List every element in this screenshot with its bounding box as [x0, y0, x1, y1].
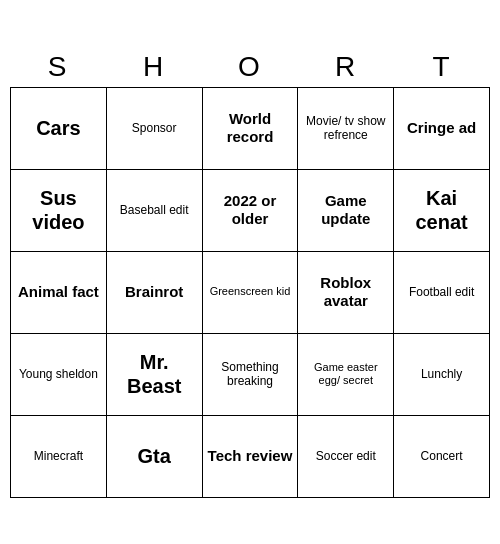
bingo-cell-text-r2-c1: Brainrot [125, 283, 183, 301]
bingo-cell-text-r0-c2: World record [207, 110, 294, 146]
bingo-cell-r2-c4: Football edit [394, 252, 490, 334]
bingo-cell-r3-c0: Young sheldon [11, 334, 107, 416]
header-letter-r: R [298, 47, 394, 87]
bingo-cell-r4-c1: Gta [107, 416, 203, 498]
bingo-cell-r3-c2: Something breaking [203, 334, 299, 416]
bingo-cell-text-r1-c3: Game update [302, 192, 389, 228]
bingo-cell-text-r3-c2: Something breaking [207, 360, 294, 389]
bingo-cell-text-r1-c0: Sus video [15, 186, 102, 234]
bingo-cell-r2-c0: Animal fact [11, 252, 107, 334]
bingo-cell-r4-c0: Minecraft [11, 416, 107, 498]
bingo-cell-r3-c3: Game easter egg/ secret [298, 334, 394, 416]
bingo-cell-text-r2-c0: Animal fact [18, 283, 99, 301]
bingo-grid: CarsSponsorWorld recordMovie/ tv show re… [10, 87, 490, 498]
bingo-cell-r0-c0: Cars [11, 88, 107, 170]
bingo-cell-text-r4-c2: Tech review [208, 447, 293, 465]
bingo-cell-text-r1-c2: 2022 or older [207, 192, 294, 228]
bingo-cell-text-r3-c4: Lunchly [421, 367, 462, 381]
bingo-cell-r0-c4: Cringe ad [394, 88, 490, 170]
bingo-cell-r0-c3: Movie/ tv show refrence [298, 88, 394, 170]
bingo-cell-text-r2-c3: Roblox avatar [302, 274, 389, 310]
bingo-cell-r0-c2: World record [203, 88, 299, 170]
bingo-header: SHORT [10, 47, 490, 87]
bingo-card: SHORT CarsSponsorWorld recordMovie/ tv s… [10, 47, 490, 498]
bingo-cell-text-r0-c0: Cars [36, 116, 80, 140]
bingo-cell-r3-c4: Lunchly [394, 334, 490, 416]
bingo-cell-r1-c0: Sus video [11, 170, 107, 252]
bingo-cell-text-r0-c4: Cringe ad [407, 119, 476, 137]
bingo-cell-r4-c4: Concert [394, 416, 490, 498]
header-letter-s: S [10, 47, 106, 87]
bingo-cell-text-r4-c1: Gta [138, 444, 171, 468]
bingo-cell-text-r0-c1: Sponsor [132, 121, 177, 135]
bingo-cell-r4-c3: Soccer edit [298, 416, 394, 498]
bingo-cell-r0-c1: Sponsor [107, 88, 203, 170]
bingo-cell-text-r2-c4: Football edit [409, 285, 474, 299]
bingo-cell-text-r1-c4: Kai cenat [398, 186, 485, 234]
bingo-cell-r2-c3: Roblox avatar [298, 252, 394, 334]
bingo-cell-text-r2-c2: Greenscreen kid [210, 285, 291, 298]
bingo-cell-text-r3-c0: Young sheldon [19, 367, 98, 381]
header-letter-o: O [202, 47, 298, 87]
bingo-cell-r1-c4: Kai cenat [394, 170, 490, 252]
bingo-cell-r1-c2: 2022 or older [203, 170, 299, 252]
bingo-cell-r2-c2: Greenscreen kid [203, 252, 299, 334]
bingo-cell-text-r3-c3: Game easter egg/ secret [302, 361, 389, 387]
bingo-cell-text-r1-c1: Baseball edit [120, 203, 189, 217]
bingo-cell-r2-c1: Brainrot [107, 252, 203, 334]
header-letter-h: H [106, 47, 202, 87]
bingo-cell-text-r4-c3: Soccer edit [316, 449, 376, 463]
bingo-cell-r4-c2: Tech review [203, 416, 299, 498]
bingo-cell-text-r3-c1: Mr. Beast [111, 350, 198, 398]
bingo-cell-text-r4-c4: Concert [421, 449, 463, 463]
bingo-cell-text-r0-c3: Movie/ tv show refrence [302, 114, 389, 143]
bingo-cell-text-r4-c0: Minecraft [34, 449, 83, 463]
bingo-cell-r1-c1: Baseball edit [107, 170, 203, 252]
bingo-cell-r1-c3: Game update [298, 170, 394, 252]
bingo-cell-r3-c1: Mr. Beast [107, 334, 203, 416]
header-letter-t: T [394, 47, 490, 87]
